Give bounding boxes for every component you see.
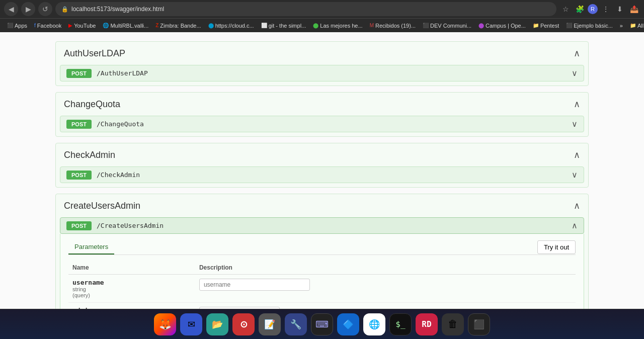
files-icon: 📂 — [212, 319, 223, 330]
address-bar[interactable]: 🔒 localhost:5173/swagger/index.html — [55, 2, 556, 16]
taskbar-rider[interactable]: RD — [416, 313, 438, 335]
bookmark-youtube[interactable]: ▶ YouTube — [65, 22, 99, 30]
create-users-admin-section: CreateUsersAdmin ∧ POST /CreateUsersAdmi… — [55, 194, 589, 309]
post-badge-checkadmin: POST — [66, 171, 92, 180]
terminal-icon: $_ — [395, 319, 405, 329]
taskbar-notes[interactable]: 📝 — [259, 313, 281, 335]
bookmark-dev[interactable]: ⬛ DEV Communi... — [420, 22, 474, 30]
create-users-admin-header[interactable]: CreateUsersAdmin ∧ — [56, 194, 588, 217]
taskbar-firefox[interactable]: 🦊 — [154, 313, 176, 335]
taskbar-mail[interactable]: ✉ — [180, 313, 202, 335]
bookmark-pentest[interactable]: 📁 Pentest — [530, 22, 562, 30]
taskbar-code[interactable]: ⌨ — [311, 313, 333, 335]
bookmark-cloud[interactable]: ⬤ https://cloud.c... — [205, 22, 257, 30]
all-bookmarks-icon: 📁 — [630, 23, 636, 28]
check-admin-endpoint-toggle[interactable]: ∨ — [572, 170, 578, 180]
taskbar-terminal[interactable]: $_ — [389, 313, 412, 335]
bookmark-mejores-label: Las mejores he... — [320, 23, 362, 29]
endpoint-tabs-wrapper: Parameters Try it out — [68, 240, 576, 255]
taskbar-chrome[interactable]: 🌐 — [363, 313, 385, 335]
browser-toolbar: ☆ 🧩 R ⋮ ⬇ 📤 — [559, 3, 640, 15]
change-quota-header[interactable]: ChangeQuota ∧ — [56, 93, 588, 116]
create-users-admin-detail: Parameters Try it out Name Description u — [60, 234, 584, 309]
tab-parameters[interactable]: Parameters — [68, 240, 114, 255]
multirbl-icon: 🌐 — [103, 23, 109, 28]
create-users-admin-endpoint-toggle[interactable]: ∧ — [572, 221, 578, 230]
bookmark-zimbra[interactable]: Z Zimbra: Bande... — [152, 22, 204, 30]
bookmark-more[interactable]: » — [617, 22, 626, 30]
back-button[interactable]: ◀ — [4, 2, 18, 16]
bookmark-more-label: » — [620, 23, 623, 29]
change-quota-toggle[interactable]: ∧ — [574, 99, 580, 110]
bookmark-ejemplo[interactable]: ⬛ Ejemplo básic... — [563, 22, 616, 30]
create-users-admin-toggle[interactable]: ∧ — [574, 200, 580, 211]
bookmark-campus[interactable]: ⬤ Campus | Ope... — [475, 22, 529, 30]
bookmark-git[interactable]: ⬜ git - the simpl... — [258, 22, 309, 30]
bookmark-facebook[interactable]: f Facebook — [31, 22, 64, 30]
bookmark-zimbra-label: Zimbra: Bande... — [160, 23, 201, 29]
refresh-button[interactable]: ↺ — [38, 2, 52, 16]
post-badge-createusers: POST — [66, 221, 92, 230]
bookmark-apps[interactable]: ⬛ Apps — [4, 22, 30, 30]
create-users-admin-title: CreateUsersAdmin — [64, 201, 140, 211]
circle-icon: ⊙ — [240, 319, 248, 330]
bookmark-facebook-label: Facebook — [37, 23, 61, 29]
launchpad-icon: ⬛ — [473, 319, 485, 330]
admin-select[interactable]: -- true false — [199, 307, 280, 309]
change-quota-endpoint[interactable]: POST /ChangeQuota ∨ — [60, 116, 584, 132]
check-admin-section: CheckAdmin ∧ POST /CheckAdmin ∨ — [55, 143, 589, 188]
taskbar-files[interactable]: 📂 — [206, 313, 228, 335]
username-input[interactable] — [199, 279, 310, 291]
puzzle-icon[interactable]: 🧩 — [574, 3, 586, 15]
change-quota-endpoint-toggle[interactable]: ∨ — [572, 119, 578, 129]
download-icon[interactable]: ⬇ — [614, 3, 626, 15]
check-admin-endpoint[interactable]: POST /CheckAdmin ∨ — [60, 166, 584, 183]
taskbar-trash[interactable]: 🗑 — [442, 313, 464, 335]
zimbra-icon: Z — [155, 23, 158, 28]
bookmark-all-label: All Bookmarks — [637, 23, 644, 29]
auth-endpoint-toggle[interactable]: ∨ — [572, 68, 578, 78]
vpn-icon: 🔷 — [343, 319, 354, 330]
bookmark-all-bookmarks[interactable]: 📁 All Bookmarks — [627, 22, 644, 30]
taskbar-circle[interactable]: ⊙ — [232, 313, 255, 335]
admin-param-name: admin — [72, 307, 191, 309]
bookmarks-bar: ⬛ Apps f Facebook ▶ YouTube 🌐 MultiRBL.v… — [0, 18, 644, 32]
forward-button[interactable]: ▶ — [21, 2, 35, 16]
facebook-icon: f — [34, 23, 36, 28]
page-content: AuthUserLDAP ∧ POST /AuthUserLDAP ∨ Chan… — [0, 32, 644, 309]
admin-param-select-cell: -- true false — [195, 303, 576, 309]
auth-user-ldap-title: AuthUserLDAP — [64, 48, 125, 59]
share-icon[interactable]: 📤 — [628, 3, 640, 15]
mejores-icon: ⬤ — [313, 23, 318, 28]
auth-user-ldap-endpoint[interactable]: POST /AuthUserLDAP ∨ — [60, 65, 584, 81]
check-admin-header[interactable]: CheckAdmin ∧ — [56, 143, 588, 166]
bookmark-multirbl[interactable]: 🌐 MultiRBL.valli... — [100, 22, 151, 30]
recibidos-icon: M — [370, 23, 374, 28]
post-badge: POST — [66, 69, 92, 78]
bookmark-mejores[interactable]: ⬤ Las mejores he... — [310, 22, 365, 30]
auth-user-ldap-toggle[interactable]: ∧ — [574, 48, 580, 59]
admin-param-name-cell: admin boolean (query) — [68, 303, 195, 309]
taskbar-devtools[interactable]: 🔧 — [285, 313, 307, 335]
bookmark-recibidos[interactable]: M Recibidos (19)... — [367, 22, 419, 30]
dev-icon: ⬛ — [423, 23, 429, 28]
profile-icon[interactable]: R — [588, 4, 598, 14]
create-users-admin-endpoint[interactable]: POST /CreateUsersAdmin ∧ — [60, 217, 584, 234]
bookmark-youtube-label: YouTube — [74, 23, 96, 29]
taskbar-vpn[interactable]: 🔷 — [337, 313, 359, 335]
bookmark-dev-label: DEV Communi... — [430, 23, 471, 29]
cloud-icon: ⬤ — [208, 23, 214, 28]
more-icon[interactable]: ⋮ — [600, 3, 612, 15]
star-icon[interactable]: ☆ — [559, 3, 572, 15]
auth-user-ldap-header[interactable]: AuthUserLDAP ∧ — [56, 42, 588, 65]
try-it-out-button[interactable]: Try it out — [537, 240, 576, 254]
check-admin-toggle[interactable]: ∧ — [574, 149, 580, 160]
admin-param-row: admin boolean (query) -- true false — [68, 303, 576, 309]
campus-icon: ⬤ — [478, 23, 484, 28]
lock-icon: 🔒 — [61, 6, 68, 13]
change-quota-title: ChangeQuota — [64, 99, 120, 110]
taskbar-launchpad[interactable]: ⬛ — [468, 313, 490, 335]
username-param-location: (query) — [72, 292, 191, 298]
mail-icon: ✉ — [188, 319, 195, 330]
apps-icon: ⬛ — [7, 23, 13, 28]
